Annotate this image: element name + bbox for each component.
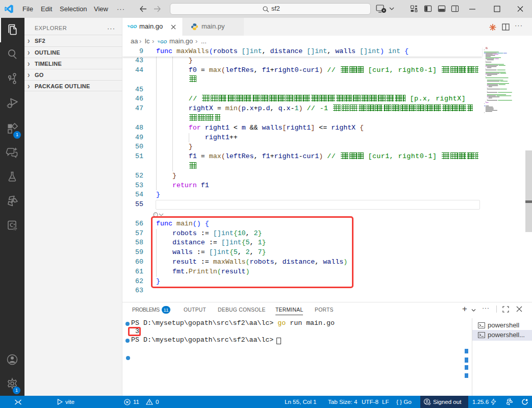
svg-text:GO: GO <box>130 24 137 29</box>
svg-text:GO: GO <box>160 39 167 44</box>
